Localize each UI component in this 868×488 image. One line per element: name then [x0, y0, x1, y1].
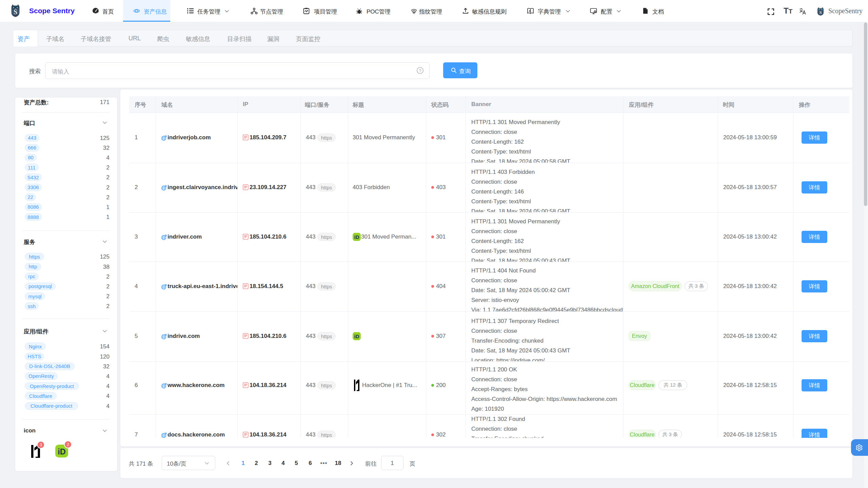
svg-text:IP: IP: [244, 136, 248, 139]
svg-text:IP: IP: [244, 235, 248, 239]
svg-text:IP: IP: [244, 284, 248, 288]
svg-text:IP: IP: [244, 383, 248, 387]
svg-text:?: ?: [419, 68, 421, 73]
svg-text:S: S: [14, 8, 17, 16]
svg-text:S: S: [819, 10, 822, 15]
svg-text:IP: IP: [244, 334, 248, 338]
svg-text:iD: iD: [354, 235, 359, 240]
svg-text:iD: iD: [354, 334, 359, 339]
svg-text:IP: IP: [244, 433, 248, 436]
svg-text:IP: IP: [244, 185, 248, 189]
svg-text:A: A: [529, 9, 531, 13]
svg-text:iD: iD: [58, 447, 66, 456]
